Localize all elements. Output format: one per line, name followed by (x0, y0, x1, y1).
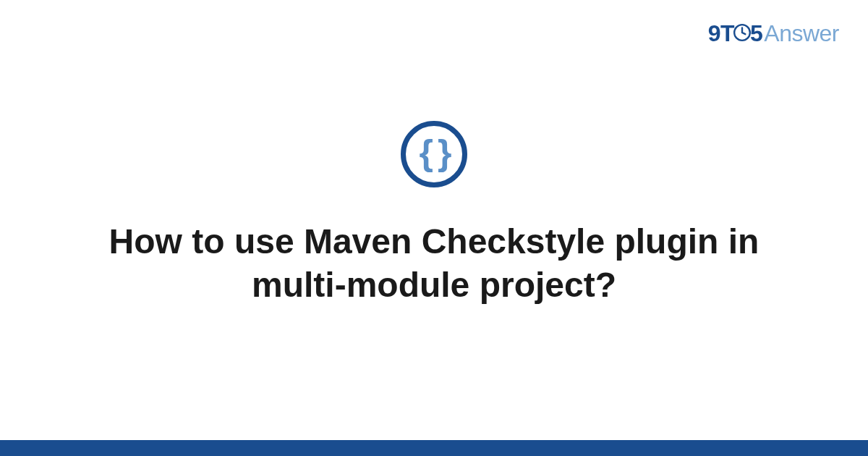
logo-clock-icon (733, 25, 752, 42)
braces-glyph: { } (420, 135, 449, 171)
code-braces-icon: { } (401, 121, 467, 187)
logo-text-9t: 9T (708, 20, 734, 47)
logo-text-answer: Answer (764, 20, 839, 47)
main-content: { } How to use Maven Checkstyle plugin i… (0, 0, 868, 456)
logo-text-5: 5 (750, 20, 762, 47)
footer-accent-bar (0, 440, 868, 456)
page-title: How to use Maven Checkstyle plugin in mu… (72, 220, 796, 307)
site-logo[interactable]: 9T 5 Answer (708, 20, 839, 47)
